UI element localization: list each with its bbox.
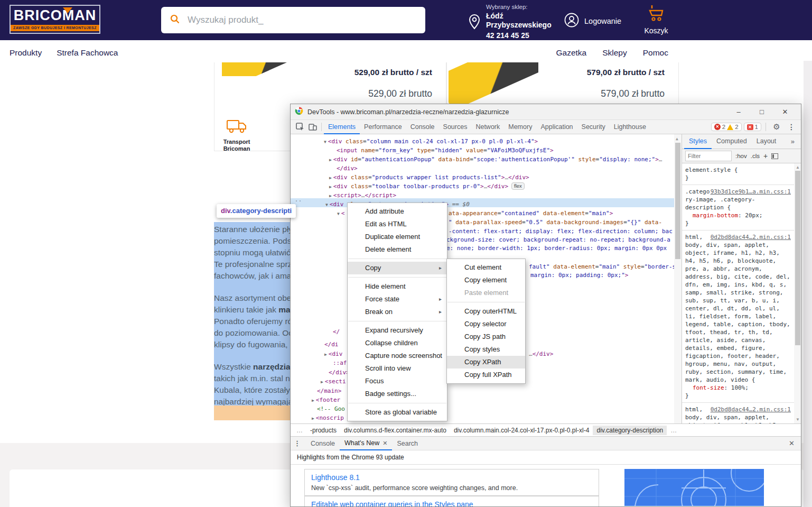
scroll-up-icon[interactable]: ▲ [796, 165, 800, 170]
devtools-tab-console[interactable]: Console [406, 120, 439, 134]
code-line[interactable]: </div> [329, 368, 350, 377]
inspect-element-icon[interactable] [294, 122, 306, 132]
settings-gear-icon[interactable]: ⚙ [770, 122, 783, 132]
nav-item-sklepy[interactable]: Sklepy [602, 48, 627, 58]
nav-item-pomoc[interactable]: Pomoc [643, 48, 668, 58]
devtools-tab-lighthouse[interactable]: Lighthouse [610, 120, 650, 134]
toggle-pseudo-button[interactable]: :hov [735, 153, 747, 159]
submenu-item-copy-selector[interactable]: Copy selector [447, 318, 525, 330]
drawer-menu-icon[interactable]: ⋮ [294, 439, 301, 447]
breadcrumb-div-category-description[interactable]: div.category-description [593, 426, 667, 435]
styles-tab-styles[interactable]: Styles [684, 134, 712, 149]
code-line[interactable]: " data-parallax-speed="0.5" data-backgro… [449, 218, 662, 227]
code-line[interactable]: ▶<div class="products wrapper list produ… [329, 173, 529, 182]
submenu-item-copy-full-xpath[interactable]: Copy full XPath [447, 368, 525, 381]
code-line[interactable]: ::af [333, 358, 347, 367]
styles-filter-input[interactable] [685, 151, 732, 161]
menu-item-scroll-into-view[interactable]: Scroll into view [348, 362, 447, 375]
menu-item-expand-recursively[interactable]: Expand recursively [348, 324, 447, 337]
issues-badge[interactable]: ✕ 1 [744, 123, 761, 131]
devtools-tab-performance[interactable]: Performance [360, 120, 406, 134]
stylesheet-link[interactable]: 0d2bd8dac44…2.min.css:1 [711, 233, 791, 241]
nav-item-gazetka[interactable]: Gazetka [556, 48, 586, 58]
errors-warnings-badge[interactable]: ✕ 2 2 [711, 123, 742, 131]
scrollbar-thumb[interactable] [675, 143, 680, 259]
cart-button[interactable]: Koszyk [641, 3, 671, 35]
menu-item-store-as-global-variable[interactable]: Store as global variable [348, 406, 447, 419]
menu-item-hide-element[interactable]: Hide element [348, 280, 447, 293]
menu-item-break-on[interactable]: Break on▸ [348, 306, 447, 318]
chrome-update-illustration[interactable] [624, 469, 764, 506]
tab-close-icon[interactable]: ✕ [382, 436, 387, 450]
code-line[interactable]: ckground-size: cover; background-repeat:… [446, 235, 670, 244]
code-line[interactable]: ▼<div class="column main col-24 col-xl-1… [324, 137, 538, 146]
drawer-tab-what-s-new[interactable]: What's New✕ [340, 436, 393, 450]
code-line[interactable]: e: none; border-width: 1px; border-radiu… [446, 244, 667, 253]
breadcrumb-div-columns-d-flex-container-mx-auto[interactable]: div.columns.d-flex.container.mx-auto [340, 426, 450, 435]
new-style-rule-button[interactable]: + [763, 152, 768, 160]
styles-tab-layout[interactable]: Layout [752, 134, 781, 149]
page-scrollbar[interactable] [804, 61, 812, 507]
submenu-item-copy-element[interactable]: Copy element [447, 274, 525, 287]
code-line[interactable]: ▶<secti [321, 377, 346, 386]
flex-badge[interactable]: flex [511, 182, 525, 190]
code-line[interactable]: ▼< [337, 209, 344, 218]
scrollbar-thumb[interactable] [795, 171, 800, 345]
code-line[interactable]: fault" data-element="main" style="border… [529, 262, 676, 271]
drawer-close-icon[interactable]: ✕ [789, 439, 798, 447]
code-line[interactable]: <input name="form_key" type="hidden" val… [337, 146, 554, 155]
breadcrumb-[interactable]: … [293, 426, 306, 435]
nav-item-strefa-fachowca[interactable]: Strefa Fachowca [57, 48, 118, 58]
devtools-tab-memory[interactable]: Memory [504, 120, 536, 134]
code-line[interactable]: -content: flex-start; display: flex; fle… [449, 227, 673, 236]
submenu-item-cut-element[interactable]: Cut element [447, 261, 525, 274]
code-line[interactable]: ▶<script>…</script> [329, 191, 396, 200]
maximize-button[interactable]: □ [750, 108, 773, 116]
minimize-button[interactable]: – [727, 108, 750, 116]
menu-item-force-state[interactable]: Force state▸ [348, 293, 447, 306]
bricoman-logo[interactable]: BRICOMAN ZAWSZE GDY BUDUJESZ I REMONTUJE… [10, 5, 100, 34]
devtools-tab-application[interactable]: Application [536, 120, 577, 134]
menu-item-delete-element[interactable]: Delete element [348, 243, 447, 256]
code-line[interactable]: ▶<div class="toolbar toolbar-products pr… [329, 182, 525, 191]
code-line[interactable]: ▶<noscrip [312, 413, 344, 422]
style-rule[interactable]: 93b3d1ce9b1…a.min.css:1.category-image, … [682, 185, 794, 231]
stylesheet-link[interactable]: 0d2bd8dac44…2.min.css:1 [711, 405, 791, 413]
login-button[interactable]: Logowanie [564, 13, 621, 30]
sidebar-pane-icon[interactable] [771, 153, 778, 159]
submenu-item-paste-element[interactable]: Paste element [447, 287, 525, 299]
menu-item-focus[interactable]: Focus [348, 375, 447, 388]
search-input[interactable] [186, 14, 417, 26]
menu-item-duplicate-element[interactable]: Duplicate element [348, 231, 447, 243]
code-line[interactable]: ▶<div id="authenticationPopup" data-bind… [329, 155, 662, 164]
menu-item-capture-node-screenshot[interactable]: Capture node screenshot [348, 349, 447, 362]
scroll-down-icon[interactable]: ▼ [796, 417, 800, 422]
more-options-icon[interactable]: ⋮ [785, 122, 798, 132]
code-line[interactable]: </ [333, 327, 340, 336]
selected-store[interactable]: Wybrany sklep: Łódź Przybyszewskiego 42 … [486, 4, 552, 40]
menu-item-edit-as-html[interactable]: Edit as HTML [348, 218, 447, 231]
elements-scrollbar[interactable]: ▲ [674, 134, 682, 423]
code-line[interactable]: </di [324, 340, 339, 349]
css-declaration[interactable]: margin-bottom: 20px; [685, 211, 791, 219]
code-line[interactable]: ata-appearance="contained" data-element=… [449, 209, 613, 218]
code-line[interactable]: ▶<footer [312, 395, 340, 404]
devtools-tab-security[interactable]: Security [577, 120, 610, 134]
style-rule[interactable]: 0d2bd8dac44…2.min.css:1html, body, div, … [682, 403, 794, 423]
nav-item-produkty[interactable]: Produkty [10, 48, 42, 58]
menu-item-add-attribute[interactable]: Add attribute [348, 205, 447, 218]
submenu-item-copy-outerhtml[interactable]: Copy outerHTML [447, 305, 525, 318]
whats-new-card-title[interactable]: Editable web container queries in the St… [311, 500, 592, 506]
code-line[interactable]: </div> [337, 164, 358, 173]
submenu-item-copy-js-path[interactable]: Copy JS path [447, 330, 525, 343]
style-rule[interactable]: element.style {} [682, 163, 794, 185]
close-button[interactable]: ✕ [773, 108, 797, 116]
menu-item-collapse-children[interactable]: Collapse children [348, 337, 447, 349]
code-line[interactable]: ▶<div [324, 349, 342, 358]
devtools-tab-elements[interactable]: Elements [324, 120, 360, 134]
submenu-item-copy-styles[interactable]: Copy styles [447, 343, 525, 356]
scroll-up-icon[interactable]: ▲ [676, 136, 678, 141]
toggle-class-button[interactable]: .cls [751, 153, 760, 159]
drawer-tab-search[interactable]: Search [392, 436, 423, 450]
stylesheet-link[interactable]: 93b3d1ce9b1…a.min.css:1 [711, 188, 791, 196]
